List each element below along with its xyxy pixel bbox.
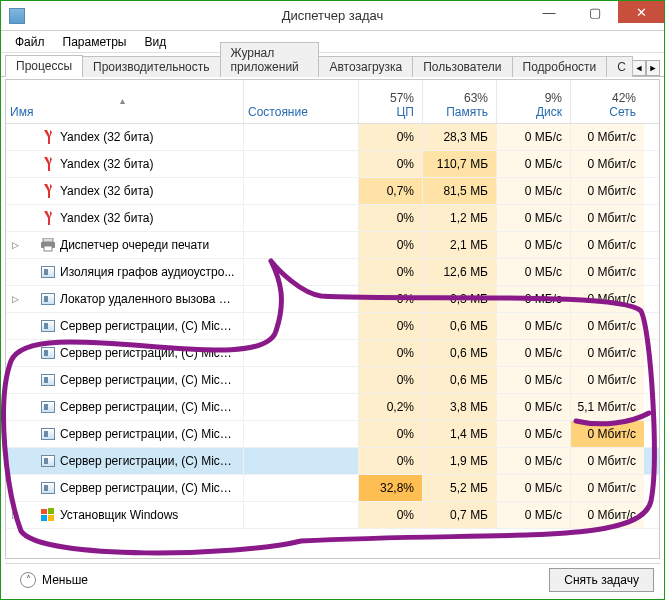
cell-disk: 0 МБ/с (496, 151, 570, 177)
cell-mem: 0,7 МБ (422, 502, 496, 528)
cell-name: Изоляция графов аудиоустро... (6, 259, 243, 285)
cell-name: ▷Установщик Windows (6, 502, 243, 528)
column-cpu[interactable]: 57% ЦП (358, 80, 422, 123)
table-row[interactable]: Сервер регистрации, (C) Micro...0%0,6 МБ… (6, 340, 659, 367)
tab-users[interactable]: Пользователи (412, 56, 512, 77)
cell-state (243, 313, 358, 339)
cell-state (243, 286, 358, 312)
cell-cpu: 0% (358, 259, 422, 285)
column-network[interactable]: 42% Сеть (570, 80, 644, 123)
cell-cpu: 0% (358, 448, 422, 474)
minimize-button[interactable]: — (526, 1, 572, 23)
table-row[interactable]: ▷Диспетчер очереди печати0%2,1 МБ0 МБ/с0… (6, 232, 659, 259)
cell-state (243, 178, 358, 204)
fewer-details-button[interactable]: ˄ Меньше (11, 568, 97, 592)
tab-services[interactable]: С (606, 56, 633, 77)
svg-rect-2 (44, 246, 52, 251)
cell-net: 0 Мбит/с (570, 124, 644, 150)
tab-scroll-left[interactable]: ◄ (632, 60, 646, 76)
tab-details[interactable]: Подробности (512, 56, 608, 77)
table-row[interactable]: Сервер регистрации, (C) Micro...0%0,6 МБ… (6, 367, 659, 394)
process-table: ▴ Имя Состояние 57% ЦП 63% Память 9% Дис… (5, 79, 660, 559)
cell-cpu: 0% (358, 232, 422, 258)
cell-name: Yandex (32 бита) (6, 124, 243, 150)
cell-state (243, 259, 358, 285)
tab-strip: ПроцессыПроизводительностьЖурнал приложе… (1, 53, 664, 77)
cell-mem: 0,6 МБ (422, 340, 496, 366)
table-row[interactable]: Yandex (32 бита)0%1,2 МБ0 МБ/с0 Мбит/с (6, 205, 659, 232)
table-row[interactable]: Изоляция графов аудиоустро...0%12,6 МБ0 … (6, 259, 659, 286)
service-icon (40, 318, 56, 334)
table-row[interactable]: Yandex (32 бита)0,7%81,5 МБ0 МБ/с0 Мбит/… (6, 178, 659, 205)
expand-icon[interactable]: ▷ (10, 294, 21, 305)
column-name[interactable]: ▴ Имя (6, 80, 243, 123)
table-row[interactable]: ▷Установщик Windows0%0,7 МБ0 МБ/с0 Мбит/… (6, 502, 659, 529)
process-name: Yandex (32 бита) (60, 184, 235, 198)
process-name: Сервер регистрации, (C) Micro... (60, 454, 235, 468)
cell-name: Сервер регистрации, (C) Micro... (6, 340, 243, 366)
cell-net: 0 Мбит/с (570, 232, 644, 258)
cell-name: Сервер регистрации, (C) Micro... (6, 448, 243, 474)
column-memory[interactable]: 63% Память (422, 80, 496, 123)
cell-disk: 0 МБ/с (496, 205, 570, 231)
cell-name: ▷Диспетчер очереди печати (6, 232, 243, 258)
cell-net: 0 Мбит/с (570, 259, 644, 285)
table-row[interactable]: ▷Локатор удаленного вызова п...0%0,3 МБ0… (6, 286, 659, 313)
cell-net: 0 Мбит/с (570, 340, 644, 366)
menu-options[interactable]: Параметры (55, 33, 135, 51)
maximize-button[interactable]: ▢ (572, 1, 618, 23)
tab-performance[interactable]: Производительность (82, 56, 220, 77)
cell-mem: 0,6 МБ (422, 367, 496, 393)
cell-net: 0 Мбит/с (570, 286, 644, 312)
cell-cpu: 0% (358, 286, 422, 312)
table-row[interactable]: Yandex (32 бита)0%110,7 МБ0 МБ/с0 Мбит/с (6, 151, 659, 178)
cell-cpu: 0% (358, 151, 422, 177)
cell-name: Yandex (32 бита) (6, 178, 243, 204)
cell-disk: 0 МБ/с (496, 448, 570, 474)
service-icon (40, 453, 56, 469)
tab-startup[interactable]: Автозагрузка (318, 56, 413, 77)
table-row[interactable]: Сервер регистрации, (C) Micro...0,2%3,8 … (6, 394, 659, 421)
menu-file[interactable]: Файл (7, 33, 53, 51)
cell-state (243, 232, 358, 258)
svg-rect-0 (43, 238, 53, 242)
cell-net: 0 Мбит/с (570, 502, 644, 528)
expand-icon[interactable]: ▷ (10, 510, 21, 521)
svg-rect-4 (48, 508, 54, 514)
cell-cpu: 0% (358, 502, 422, 528)
process-name: Сервер регистрации, (C) Micro... (60, 346, 235, 360)
cell-net: 0 Мбит/с (570, 421, 644, 447)
cell-net: 0 Мбит/с (570, 205, 644, 231)
cell-disk: 0 МБ/с (496, 178, 570, 204)
table-row[interactable]: Сервер регистрации, (C) Micro...0%0,6 МБ… (6, 313, 659, 340)
table-row[interactable]: Сервер регистрации, (C) Micro...0%1,4 МБ… (6, 421, 659, 448)
column-disk[interactable]: 9% Диск (496, 80, 570, 123)
table-row[interactable]: Yandex (32 бита)0%28,3 МБ0 МБ/с0 Мбит/с (6, 124, 659, 151)
yandex-icon (40, 183, 56, 199)
process-name: Локатор удаленного вызова п... (60, 292, 235, 306)
cell-net: 0 Мбит/с (570, 367, 644, 393)
service-icon (40, 426, 56, 442)
cell-mem: 0,3 МБ (422, 286, 496, 312)
cell-cpu: 0% (358, 124, 422, 150)
cell-mem: 110,7 МБ (422, 151, 496, 177)
yandex-icon (40, 156, 56, 172)
column-state[interactable]: Состояние (243, 80, 358, 123)
tab-scroll-right[interactable]: ► (646, 60, 660, 76)
table-row[interactable]: Сервер регистрации, (C) Micro...0%1,9 МБ… (6, 448, 659, 475)
cell-name: Yandex (32 бита) (6, 205, 243, 231)
cell-mem: 81,5 МБ (422, 178, 496, 204)
process-rows[interactable]: Yandex (32 бита)0%28,3 МБ0 МБ/с0 Мбит/сY… (6, 124, 659, 558)
expand-icon[interactable]: ▷ (10, 240, 21, 251)
cell-net: 0 Мбит/с (570, 178, 644, 204)
menu-view[interactable]: Вид (136, 33, 174, 51)
end-task-button[interactable]: Снять задачу (549, 568, 654, 592)
cell-mem: 1,2 МБ (422, 205, 496, 231)
tab-processes[interactable]: Процессы (5, 55, 83, 77)
cell-disk: 0 МБ/с (496, 340, 570, 366)
tab-app_history[interactable]: Журнал приложений (220, 42, 320, 77)
table-row[interactable]: Сервер регистрации, (C) Micro...32,8%5,2… (6, 475, 659, 502)
cell-name: Yandex (32 бита) (6, 151, 243, 177)
close-button[interactable]: ✕ (618, 1, 664, 23)
cell-name: Сервер регистрации, (C) Micro... (6, 394, 243, 420)
